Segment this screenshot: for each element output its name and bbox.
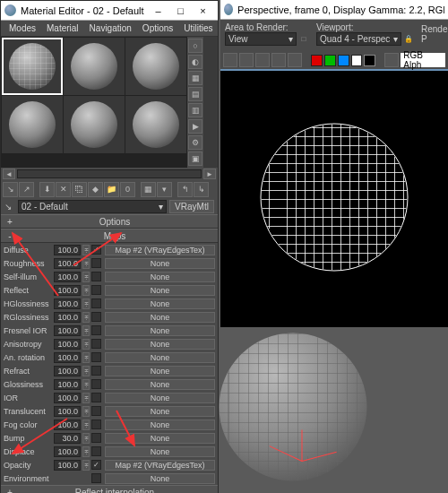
perspective-viewport[interactable] [220,327,448,493]
go-to-parent-icon[interactable]: ↰ [177,182,193,197]
slots-hscroll[interactable]: ◄ ► [1,168,218,180]
map-amount-input[interactable]: 100.0 [54,312,81,323]
scroll-left-icon[interactable]: ◄ [3,169,15,179]
rollout-options[interactable]: +Options [1,214,218,229]
spinner-icon[interactable]: ≑ [82,352,90,363]
spinner-icon[interactable]: ≑ [82,258,90,269]
put-to-scene-icon[interactable]: ↗ [19,182,34,197]
map-amount-input[interactable]: 100.0 [54,325,81,336]
material-slot-5[interactable] [64,96,125,153]
map-amount-input[interactable]: 100.0 [54,393,81,403]
map-enable-checkbox[interactable] [91,473,101,483]
background-icon[interactable]: ▦ [188,71,202,85]
pick-material-icon[interactable]: ↘ [4,202,15,212]
map-amount-input[interactable]: 30.0 [54,433,81,444]
spinner-icon[interactable]: ≑ [82,406,90,417]
map-slot-button[interactable]: None [105,419,215,430]
map-slot-button[interactable]: None [105,272,215,282]
map-enable-checkbox[interactable] [91,433,101,443]
toggle-ui-icon[interactable] [384,53,399,67]
map-slot-button[interactable]: Map #2 (VRayEdgesTex) [105,460,215,471]
rollout-maps[interactable]: -Maps [1,229,218,243]
viewport-dropdown[interactable]: Quad 4 - Perspec▾ [316,32,401,46]
transform-gizmo[interactable] [302,417,347,462]
make-copy-icon[interactable]: ⿻ [72,182,87,197]
assign-to-selection-icon[interactable]: ⬇ [39,182,55,197]
map-slot-button[interactable]: None [105,393,215,403]
material-id-icon[interactable]: 0 [120,182,135,197]
map-amount-input[interactable]: 100.0 [54,406,81,417]
sample-type-icon[interactable]: ○ [188,39,202,53]
map-enable-checkbox[interactable] [91,272,101,281]
menu-utilities[interactable]: Utilities [178,22,218,35]
lock-viewport-icon[interactable]: 🔒 [403,32,414,46]
map-enable-checkbox[interactable]: ✓ [91,460,101,470]
map-amount-input[interactable]: 100.0 [54,352,81,363]
spinner-icon[interactable]: ≑ [82,366,90,376]
go-forward-icon[interactable]: ↳ [194,182,209,197]
spinner-icon[interactable]: ≑ [82,245,90,255]
map-slot-button[interactable]: None [105,473,215,484]
spinner-icon[interactable]: ≑ [82,339,90,350]
map-amount-input[interactable]: 100.0 [54,379,81,390]
backlight-icon[interactable]: ◐ [188,55,202,69]
spinner-icon[interactable]: ≑ [82,460,90,471]
options-icon[interactable]: ⚙ [188,135,202,150]
spinner-icon[interactable]: ≑ [82,312,90,323]
material-slot-6[interactable] [125,96,186,153]
spinner-icon[interactable]: ≑ [82,325,90,336]
map-enable-checkbox[interactable] [91,298,101,308]
map-amount-input[interactable]: 100.0 [54,366,81,376]
map-slot-button[interactable]: None [105,285,215,296]
map-slot-button[interactable]: None [105,366,215,376]
map-amount-input[interactable]: 100.0 [54,339,81,350]
video-check-icon[interactable]: ▥ [188,103,202,117]
map-slot-button[interactable]: None [105,406,215,417]
clone-window-icon[interactable] [255,53,270,67]
map-amount-input[interactable]: 100.0 [54,446,81,457]
menu-navigation[interactable]: Navigation [84,22,137,35]
map-amount-input[interactable]: 100.0 [54,272,81,282]
map-amount-input[interactable]: 100.0 [54,298,81,309]
map-slot-button[interactable]: None [105,433,215,444]
map-slot-button[interactable]: Map #2 (VRayEdgesTex) [105,245,215,255]
spinner-icon[interactable]: ≑ [82,285,90,296]
material-slot-4[interactable] [2,96,63,153]
render-titlebar[interactable]: Perspective, frame 0, Display Gamma: 2.2… [220,0,448,20]
copy-image-icon[interactable] [239,53,254,67]
map-amount-input[interactable]: 100.0 [54,460,81,471]
map-enable-checkbox[interactable] [91,446,101,456]
mono-channel-icon[interactable] [364,55,375,66]
spinner-icon[interactable]: ≑ [82,298,90,309]
map-slot-button[interactable]: None [105,298,215,309]
show-map-icon[interactable]: ▦ [141,182,156,197]
titlebar[interactable]: Material Editor - 02 - Default – □ × [1,1,218,21]
material-name-dropdown[interactable]: 02 - Default▾ [18,200,167,213]
show-end-result-icon[interactable]: ▾ [157,182,172,197]
map-enable-checkbox[interactable] [91,419,101,429]
spinner-icon[interactable]: ≑ [82,379,90,390]
map-amount-input[interactable]: 100.0 [54,258,81,269]
menu-material[interactable]: Material [41,22,84,35]
map-slot-button[interactable]: None [105,446,215,457]
menu-options[interactable]: Options [137,22,178,35]
green-channel-icon[interactable] [324,55,336,66]
close-button[interactable]: × [192,3,214,19]
map-amount-input[interactable]: 100.0 [54,245,81,255]
menu-modes[interactable]: Modes [4,22,41,35]
red-channel-icon[interactable] [311,55,323,66]
rollout-reflect-interp[interactable]: +Reflect interpolation [1,485,218,493]
map-enable-checkbox[interactable] [91,379,101,389]
spinner-icon[interactable]: ≑ [82,446,90,457]
make-unique-icon[interactable]: ◆ [88,182,103,197]
make-preview-icon[interactable]: ▶ [188,119,202,134]
map-enable-checkbox[interactable] [91,366,101,376]
map-amount-input[interactable]: 100.0 [54,285,81,296]
channel-display-dropdown[interactable]: RGB Alph [401,53,445,67]
minimize-button[interactable]: – [147,3,169,19]
map-slot-button[interactable]: None [105,325,215,336]
alpha-channel-icon[interactable] [351,55,363,66]
area-to-render-dropdown[interactable]: View▾ [225,32,297,46]
map-enable-checkbox[interactable] [91,258,101,268]
blue-channel-icon[interactable] [338,55,349,66]
